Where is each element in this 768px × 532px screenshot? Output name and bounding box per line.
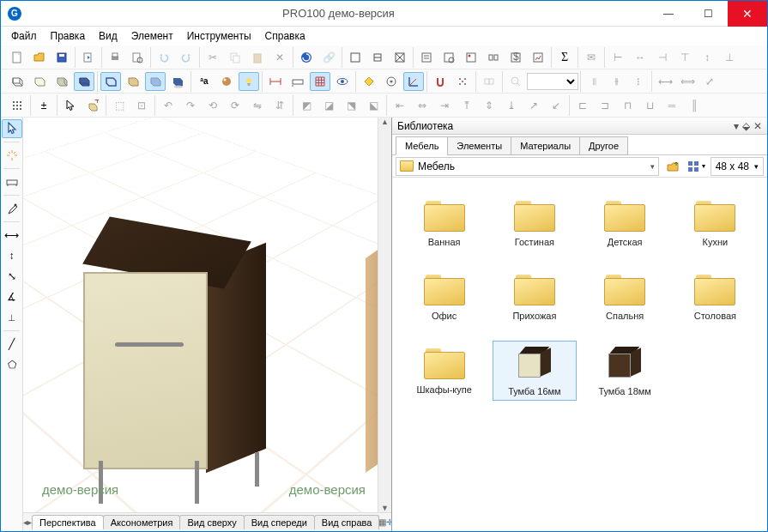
library-item[interactable]: Спальня (584, 267, 667, 325)
al-l-icon[interactable]: ⇤ (390, 96, 410, 115)
struct-1-icon[interactable]: ⊏ (572, 96, 593, 115)
sigma-icon[interactable]: Σ (554, 48, 575, 67)
select-tool-icon[interactable] (2, 119, 22, 138)
al-c-icon[interactable]: ⇔ (412, 96, 432, 115)
snap-grid-icon[interactable] (452, 72, 473, 91)
delete-icon[interactable]: ✕ (269, 48, 290, 67)
thumb-size-select[interactable]: 48 x 48 ▾ (711, 157, 764, 176)
lib-up-icon[interactable] (662, 157, 683, 176)
group-2-icon[interactable]: ⊡ (131, 96, 152, 115)
edit-1-icon[interactable]: ◩ (296, 96, 317, 115)
edit-3-icon[interactable]: ⬔ (341, 96, 361, 115)
struct-5-icon[interactable]: ═ (662, 96, 682, 115)
panel-close-icon[interactable]: ✕ (753, 120, 762, 132)
snap-obj-icon[interactable] (479, 72, 499, 91)
library-path-select[interactable]: Мебель ▾ (396, 157, 659, 176)
menu-tools[interactable]: Инструменты (180, 28, 258, 44)
group-1-icon[interactable]: ⬚ (109, 96, 130, 115)
rotate-r-icon[interactable]: ↷ (180, 96, 201, 115)
lib-tab-furniture[interactable]: Мебель (396, 136, 448, 155)
material-ball-icon[interactable] (216, 72, 237, 91)
dim-2-icon[interactable]: ⟺ (677, 72, 698, 91)
dim-3-icon[interactable]: ⤢ (699, 72, 720, 91)
menu-file[interactable]: Файл (4, 28, 44, 44)
texture-icon[interactable] (123, 72, 143, 91)
refresh-icon[interactable] (296, 48, 317, 67)
print-preview-icon[interactable] (127, 48, 148, 67)
view-tab-axonometry[interactable]: Аксонометрия (103, 515, 181, 529)
paste-icon[interactable] (247, 48, 268, 67)
center-icon[interactable] (381, 72, 402, 91)
export-icon[interactable] (78, 48, 99, 67)
al-r-icon[interactable]: ⇥ (434, 96, 455, 115)
view-tab-perspective[interactable]: Перспектива (32, 515, 104, 529)
rotate-d-icon[interactable]: ⟳ (225, 96, 245, 115)
diamond-icon[interactable] (359, 72, 379, 91)
menu-view[interactable]: Вид (92, 28, 124, 44)
cut-icon[interactable]: ✂ (203, 48, 223, 67)
struct-2-icon[interactable]: ⊐ (595, 96, 615, 115)
view-tab-right[interactable]: Вид справа (314, 515, 380, 529)
redo-icon[interactable] (176, 48, 197, 67)
dim-tool-4-icon[interactable]: ∡ (2, 287, 22, 306)
cursor-icon[interactable] (60, 96, 81, 115)
cabinet-model[interactable] (83, 229, 272, 504)
menu-help[interactable]: Справка (258, 28, 312, 44)
dim-1-icon[interactable]: ⟷ (655, 72, 675, 91)
panel-pin-icon[interactable]: ⬙ (742, 120, 750, 132)
light-icon[interactable] (239, 72, 259, 91)
edit-2-icon[interactable]: ◪ (318, 96, 339, 115)
draw-line-icon[interactable]: ╱ (2, 335, 22, 354)
view-tab-top[interactable]: Вид сверху (179, 515, 244, 529)
library-item[interactable]: Офис (402, 267, 486, 325)
dist-h2-icon[interactable]: ⫵ (606, 72, 626, 91)
grid-icon[interactable] (310, 72, 330, 91)
edges-icon[interactable] (100, 72, 121, 91)
align-5-icon[interactable]: ↕ (697, 48, 717, 67)
zoom-icon[interactable] (505, 72, 526, 91)
report-a-icon[interactable] (416, 48, 437, 67)
tool-a-icon[interactable] (345, 48, 366, 67)
view-tab-front[interactable]: Вид спереди (244, 515, 315, 529)
library-item[interactable]: Тумба 18мм (584, 341, 667, 401)
maximize-button[interactable]: ☐ (688, 1, 728, 27)
shadow-icon[interactable] (167, 72, 188, 91)
library-item[interactable]: Прихожая (493, 267, 576, 325)
save-icon[interactable] (51, 48, 72, 67)
dimension-h-icon[interactable] (265, 72, 286, 91)
undo-icon[interactable] (154, 48, 174, 67)
al-b-icon[interactable]: ⤓ (501, 96, 522, 115)
new-file-icon[interactable] (7, 48, 27, 67)
grid-dots-icon[interactable] (7, 96, 27, 115)
panel-menu-icon[interactable]: ▾ (734, 120, 739, 132)
link-icon[interactable]: 🔗 (318, 48, 339, 67)
align-2-icon[interactable]: ↔ (630, 48, 650, 67)
zoom-select[interactable] (527, 73, 578, 90)
struct-3-icon[interactable]: ⊓ (617, 96, 638, 115)
library-item[interactable]: Столовая (674, 267, 757, 325)
tool-b-icon[interactable] (367, 48, 388, 67)
wireframe-icon[interactable] (7, 72, 27, 91)
mail-icon[interactable]: ✉ (581, 48, 602, 67)
al-m-icon[interactable]: ⇕ (479, 96, 499, 115)
add-primitive-icon[interactable]: + (82, 96, 103, 115)
align-3-icon[interactable]: ⊣ (652, 48, 673, 67)
transparency-icon[interactable] (145, 72, 166, 91)
report-c-icon[interactable] (461, 48, 481, 67)
close-button[interactable]: ✕ (728, 1, 767, 27)
draw-shape-icon[interactable]: ⬠ (2, 355, 22, 374)
report-d-icon[interactable] (483, 48, 504, 67)
flat-shade-icon[interactable] (51, 72, 72, 91)
furniture-tool-icon[interactable] (2, 172, 22, 191)
flip-v-icon[interactable]: ⇵ (269, 96, 290, 115)
report-b-icon[interactable] (438, 48, 459, 67)
hidden-line-icon[interactable] (29, 72, 50, 91)
library-item[interactable]: Шкафы-купе (402, 341, 486, 401)
library-item[interactable]: Ванная (402, 193, 486, 251)
tab-split-icon[interactable]: ▦ (378, 517, 386, 527)
magnet-icon[interactable] (430, 72, 451, 91)
dist-h3-icon[interactable]: ⫶ (628, 72, 649, 91)
dim-tool-1-icon[interactable]: ⟷ (2, 226, 22, 245)
align-6-icon[interactable]: ⊥ (719, 48, 740, 67)
viewport-3d[interactable]: демо-версия демо-версия (23, 118, 391, 512)
